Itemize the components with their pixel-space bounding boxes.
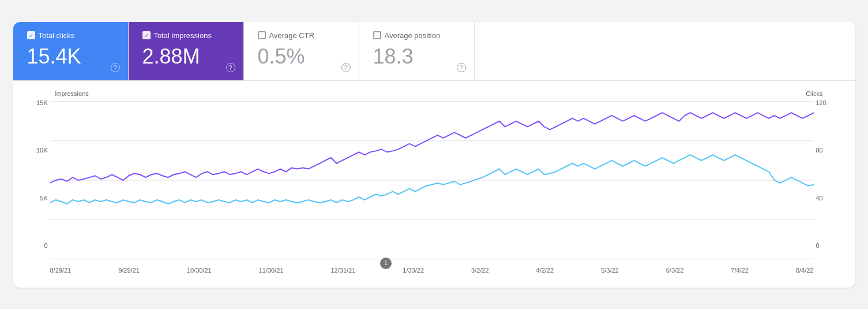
- chart-svg: [50, 99, 814, 261]
- average-ctr-label: Average CTR: [269, 31, 315, 40]
- metric-average-position[interactable]: Average position 18.3 ?: [359, 22, 475, 80]
- annotation-dot-1[interactable]: 1: [380, 258, 392, 269]
- metrics-row: ✓ Total clicks 15.4K ? ✓ Total impressio…: [13, 22, 855, 81]
- metric-average-ctr[interactable]: Average CTR 0.5% ?: [244, 22, 359, 80]
- average-position-checkbox[interactable]: [373, 31, 381, 39]
- average-position-label: Average position: [385, 31, 441, 40]
- metric-total-clicks[interactable]: ✓ Total clicks 15.4K ?: [13, 22, 129, 80]
- chart-svg-container: 1: [50, 99, 814, 263]
- total-clicks-checkbox[interactable]: ✓: [27, 31, 35, 39]
- chart-axis-header: Impressions Clicks: [22, 90, 841, 97]
- average-position-help-icon[interactable]: ?: [457, 63, 466, 72]
- total-impressions-value: 2.88M: [142, 44, 230, 69]
- average-position-value: 18.3: [373, 44, 460, 69]
- left-axis-label: Impressions: [55, 90, 89, 97]
- total-clicks-value: 15.4K: [27, 44, 114, 69]
- average-ctr-help-icon[interactable]: ?: [341, 63, 351, 72]
- total-impressions-label: Total impressions: [154, 31, 212, 40]
- average-ctr-value: 0.5%: [258, 44, 345, 69]
- chart-area: Impressions Clicks 15K 10K 5K 0 120 80 4…: [13, 81, 855, 278]
- y-axis-right: 120 80 40 0: [816, 99, 839, 250]
- x-axis-labels: 8/29/21 9/29/21 10/30/21 11/30/21 12/31/…: [22, 263, 841, 274]
- average-ctr-checkbox[interactable]: [258, 31, 266, 39]
- search-console-card: ✓ Total clicks 15.4K ? ✓ Total impressio…: [13, 22, 855, 288]
- total-impressions-checkbox[interactable]: ✓: [142, 31, 151, 39]
- metric-total-impressions[interactable]: ✓ Total impressions 2.88M ?: [129, 22, 244, 80]
- total-clicks-label: Total clicks: [39, 31, 75, 40]
- y-axis-left: 15K 10K 5K 0: [25, 99, 48, 250]
- right-axis-label: Clicks: [806, 90, 822, 97]
- total-impressions-help-icon[interactable]: ?: [226, 63, 235, 72]
- total-clicks-help-icon[interactable]: ?: [111, 63, 120, 72]
